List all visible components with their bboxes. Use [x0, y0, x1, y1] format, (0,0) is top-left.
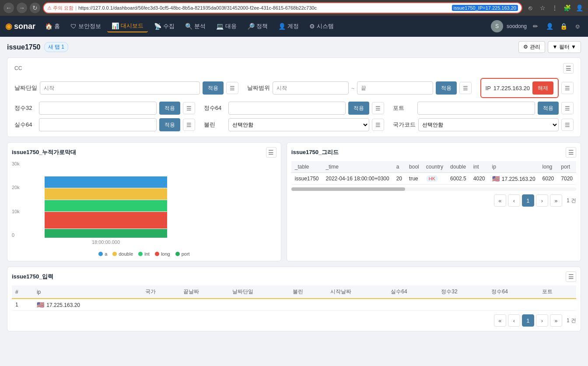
- policy-icon: 🔎: [247, 23, 255, 30]
- sidebar-item-system[interactable]: ⚙ 시스템: [305, 21, 338, 32]
- country-badge: HK: [426, 176, 438, 182]
- input-panel: issue1750_입력 ☰ # ip 국가 끝날짜 날짜단일 불린 시작날짜 …: [7, 267, 581, 331]
- float64-menu-button[interactable]: ☰: [183, 119, 195, 131]
- new-tab-badge[interactable]: 새 탭 1: [44, 42, 68, 52]
- date-range-end-input[interactable]: [357, 81, 433, 95]
- input-first-page-button[interactable]: «: [494, 314, 506, 327]
- input-panel-menu-button[interactable]: ☰: [566, 271, 576, 282]
- grid-last-page-button[interactable]: »: [550, 194, 562, 207]
- url-bar[interactable]: ⚠ 주의 요함 | https://127.0.0.1/dashboard/56…: [43, 2, 522, 14]
- col-country: country: [423, 161, 447, 173]
- date-unit-apply-button[interactable]: 적용: [203, 81, 224, 95]
- page-title-row: issue1750 새 탭 1: [7, 42, 68, 52]
- sidebar-item-policy[interactable]: 🔎 정책: [243, 21, 272, 32]
- float64-input[interactable]: [39, 118, 157, 131]
- home-icon: 🏠: [45, 23, 52, 30]
- lock-icon[interactable]: 🔒: [558, 21, 569, 32]
- data-table-header-row: _table _time a bool country double int i…: [291, 161, 576, 173]
- date-unit-input[interactable]: [40, 81, 200, 95]
- ip-menu-button[interactable]: ☰: [561, 82, 574, 94]
- input-cell-float64: [387, 299, 438, 311]
- int32-apply-button[interactable]: 적용: [159, 102, 180, 115]
- chart-y-labels: 30k 20k 10k 0: [12, 161, 20, 238]
- input-current-page-button[interactable]: 1: [522, 314, 534, 327]
- grid-current-page-button[interactable]: 1: [522, 194, 534, 207]
- filters-menu-button[interactable]: ☰: [563, 63, 574, 74]
- input-ip-text: 17.225.163.20: [46, 302, 80, 308]
- col-int: int: [470, 161, 489, 173]
- filters-header: CC ☰: [14, 63, 574, 74]
- browser-chrome: ← → ↻ ⚠ 주의 요함 | https://127.0.0.1/dashbo…: [0, 0, 588, 16]
- country-code-select[interactable]: 선택안함 HK US KR: [418, 118, 559, 131]
- user-add-icon[interactable]: 👤: [544, 21, 555, 32]
- bookmark-icon[interactable]: ☆: [537, 3, 548, 13]
- bool-menu-button[interactable]: ☰: [372, 119, 384, 131]
- grid-prev-page-button[interactable]: ‹: [508, 194, 520, 207]
- sidebar-item-response[interactable]: 💻 대응: [212, 21, 241, 32]
- cell-port: 7020: [557, 173, 576, 185]
- input-col-date-unit: 날짜단일: [229, 285, 289, 299]
- manage-button[interactable]: ⚙ 관리: [518, 41, 545, 53]
- date-range-label: 날짜범위: [247, 84, 270, 92]
- grid-first-page-button[interactable]: «: [494, 194, 506, 207]
- input-last-page-button[interactable]: »: [550, 314, 562, 327]
- input-table: # ip 국가 끝날짜 날짜단일 불린 시작날짜 실수64 정수32 정수64 …: [12, 285, 576, 311]
- int32-label: 정수32: [14, 104, 36, 112]
- puzzle-icon[interactable]: 🧩: [562, 3, 572, 13]
- ip-value: 17.225.163.20: [494, 85, 530, 92]
- port-input[interactable]: [417, 102, 535, 115]
- bar-chart-panel: issue1750_누적가로막대 ☰ 30k 20k 10k 0: [7, 142, 281, 261]
- sidebar-item-security[interactable]: 🛡 보안정보: [66, 21, 105, 32]
- input-col-ip: ip: [33, 285, 142, 299]
- filter-button[interactable]: ▼ 필터 ▼: [548, 41, 581, 53]
- date-range-start-input[interactable]: [273, 81, 348, 95]
- bool-select[interactable]: 선택안함 true false: [228, 118, 370, 131]
- date-unit-menu-button[interactable]: ☰: [226, 82, 238, 94]
- port-menu-button[interactable]: ☰: [561, 102, 574, 114]
- bar-chart-area: 30k 20k 10k 0 18:00:00.000: [12, 161, 276, 249]
- legend-item-long: long: [155, 251, 170, 257]
- port-apply-button[interactable]: 적용: [538, 102, 559, 115]
- sidebar-item-analyze[interactable]: 🔍 분석: [181, 21, 210, 32]
- extensions-icon[interactable]: ⋮: [550, 3, 560, 13]
- int64-apply-button[interactable]: 적용: [348, 102, 369, 115]
- url-highlight-text: issue1750_IP=17.225.163.20: [452, 5, 518, 11]
- int32-menu-button[interactable]: ☰: [183, 102, 195, 114]
- int64-input[interactable]: [228, 102, 346, 115]
- profile-icon[interactable]: 👤: [574, 3, 584, 13]
- grid-scrollbar-thumb[interactable]: [291, 187, 405, 191]
- ip-label: IP: [486, 85, 491, 92]
- response-icon: 💻: [216, 23, 224, 30]
- grid-scrollbar[interactable]: [291, 187, 576, 191]
- sidebar-item-account[interactable]: 👤 계정: [274, 21, 303, 32]
- nav-forward-button[interactable]: →: [17, 3, 27, 13]
- nav-back-button[interactable]: ←: [4, 3, 14, 13]
- username-label: soodong: [507, 23, 527, 29]
- filter-group-bool: 불린 선택안함 true false ☰: [204, 118, 385, 131]
- input-prev-page-button[interactable]: ‹: [508, 314, 520, 327]
- input-cell-int64: [488, 299, 538, 311]
- legend-item-port: port: [175, 251, 190, 257]
- chart-menu-button[interactable]: ☰: [266, 147, 276, 158]
- logout-icon[interactable]: ⎊: [572, 21, 583, 32]
- edit-icon[interactable]: ✏: [530, 21, 541, 32]
- sidebar-item-dashboard[interactable]: 📊 대시보드: [107, 20, 148, 32]
- input-next-page-button[interactable]: ›: [536, 314, 548, 327]
- sidebar-item-collect[interactable]: 📡 수집: [150, 21, 179, 32]
- int32-input[interactable]: [39, 102, 157, 115]
- sidebar-item-home[interactable]: 🏠 홈: [41, 21, 64, 32]
- share-icon[interactable]: ⎋: [525, 3, 536, 13]
- table-row: issue1750 2022-04-16 18:00:00+0300 20 tr…: [291, 173, 576, 185]
- int64-menu-button[interactable]: ☰: [372, 102, 384, 114]
- grid-next-page-button[interactable]: ›: [536, 194, 548, 207]
- int64-label: 정수64: [204, 104, 226, 112]
- date-range-menu-button[interactable]: ☰: [459, 82, 472, 94]
- country-code-menu-button[interactable]: ☰: [561, 119, 574, 131]
- date-range-apply-button[interactable]: 적용: [436, 81, 457, 95]
- ip-release-button[interactable]: 해제: [532, 81, 553, 95]
- nav-refresh-button[interactable]: ↻: [30, 3, 40, 13]
- float64-apply-button[interactable]: 적용: [159, 118, 180, 131]
- grid-menu-button[interactable]: ☰: [566, 147, 576, 158]
- chart-bars-wrapper: [45, 161, 276, 238]
- y-label-20k: 20k: [12, 185, 20, 190]
